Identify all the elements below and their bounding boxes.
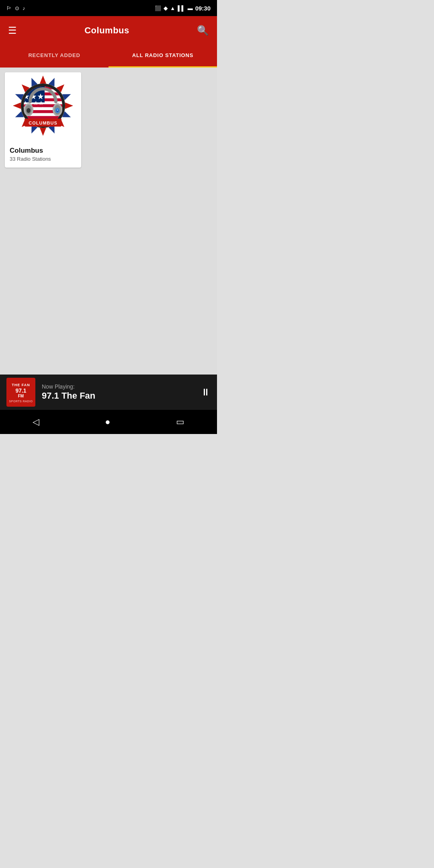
- svg-text:SPORTS RADIO: SPORTS RADIO: [9, 400, 33, 403]
- card-subtitle-columbus: 33 Radio Stations: [10, 156, 76, 162]
- clock: 09:30: [195, 5, 211, 12]
- status-left-icons: 🏳 ⊙ ♪: [6, 5, 25, 11]
- station-card-columbus[interactable]: ★★★ ★★★★ ★ ★ ★ ★ ★: [5, 72, 81, 168]
- signal-icon: ▌▌: [178, 5, 185, 11]
- home-button[interactable]: ●: [105, 417, 110, 427]
- station-logo: THE FAN 97.1 FM SPORTS RADIO: [6, 378, 35, 407]
- menu-button[interactable]: ☰: [8, 25, 17, 36]
- tab-recently-added-label: RECENTLY ADDED: [28, 52, 80, 58]
- battery-icon: ▬: [188, 5, 193, 11]
- tab-all-radio-stations[interactable]: ALL RADIO STATIONS: [108, 45, 217, 66]
- recent-apps-button[interactable]: ▭: [176, 417, 184, 427]
- svg-rect-24: [24, 116, 62, 119]
- tab-recently-added[interactable]: RECENTLY ADDED: [0, 45, 108, 66]
- svg-text:97.1: 97.1: [15, 387, 26, 394]
- nav-icon: ◆: [164, 5, 168, 11]
- svg-text:COLUMBUS: COLUMBUS: [29, 121, 57, 125]
- svg-marker-12: [13, 102, 21, 109]
- app-title: Columbus: [84, 25, 129, 36]
- now-playing-info: Now Playing: 97.1 The Fan: [42, 383, 194, 401]
- card-info-columbus: Columbus 33 Radio Stations: [5, 143, 81, 168]
- now-playing-bar[interactable]: THE FAN 97.1 FM SPORTS RADIO Now Playing…: [0, 375, 217, 410]
- notification-icon-1: 🏳: [6, 5, 12, 11]
- svg-marker-4: [65, 102, 73, 109]
- tab-bar: RECENTLY ADDED ALL RADIO STATIONS: [0, 45, 217, 68]
- svg-marker-8: [40, 128, 46, 136]
- now-playing-label: Now Playing:: [42, 383, 194, 390]
- svg-marker-0: [40, 76, 46, 84]
- svg-text:FM: FM: [18, 394, 24, 398]
- content-area: ★★★ ★★★★ ★ ★ ★ ★ ★: [0, 68, 217, 399]
- fan-logo-svg: THE FAN 97.1 FM SPORTS RADIO: [7, 378, 35, 406]
- search-button[interactable]: 🔍: [197, 25, 209, 36]
- back-button[interactable]: ◁: [33, 417, 39, 427]
- svg-point-37: [27, 108, 31, 113]
- svg-text:THE FAN: THE FAN: [12, 383, 30, 387]
- card-title-columbus: Columbus: [10, 147, 76, 155]
- camera-icon: ⊙: [15, 5, 19, 11]
- now-playing-title: 97.1 The Fan: [42, 391, 194, 401]
- status-right-icons: ⬛ ◆ ▲ ▌▌ ▬ 09:30: [155, 5, 211, 12]
- nav-bar: ◁ ● ▭: [0, 410, 217, 434]
- tab-all-radio-stations-label: ALL RADIO STATIONS: [132, 52, 193, 58]
- pause-button[interactable]: ⏸: [201, 387, 211, 398]
- app-header: ☰ Columbus 🔍: [0, 16, 217, 45]
- columbus-badge-svg: ★★★ ★★★★ ★ ★ ★ ★ ★: [8, 74, 78, 142]
- music-icon: ♪: [23, 5, 25, 11]
- wifi-icon: ▲: [170, 5, 175, 11]
- cast-icon: ⬛: [155, 5, 161, 11]
- card-image-columbus: ★★★ ★★★★ ★ ★ ★ ★ ★: [5, 72, 81, 143]
- svg-point-36: [57, 109, 58, 111]
- status-bar: 🏳 ⊙ ♪ ⬛ ◆ ▲ ▌▌ ▬ 09:30: [0, 0, 217, 16]
